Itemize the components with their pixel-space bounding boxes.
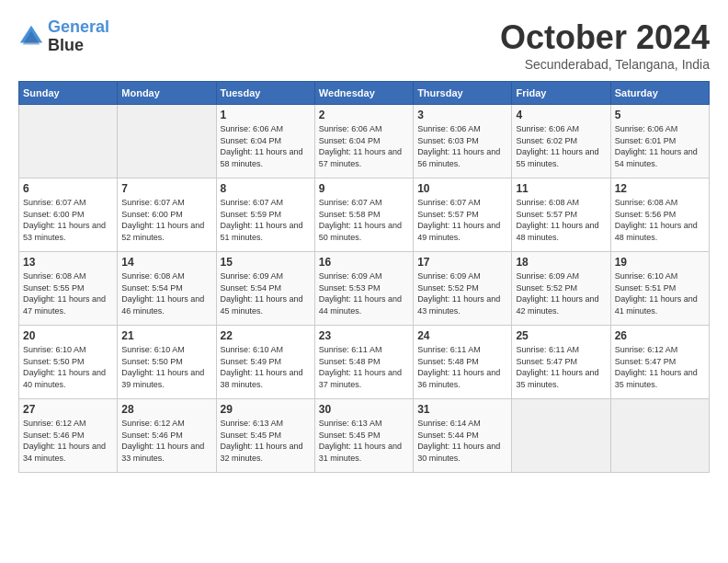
day-number: 26: [615, 329, 705, 342]
weekday-header-saturday: Saturday: [610, 82, 709, 105]
day-info: Sunrise: 6:13 AMSunset: 5:45 PMDaylight:…: [221, 418, 311, 464]
weekday-header-thursday: Thursday: [414, 82, 512, 105]
calendar-cell: 13Sunrise: 6:08 AMSunset: 5:55 PMDayligh…: [19, 252, 118, 326]
calendar-cell: 6Sunrise: 6:07 AMSunset: 6:00 PMDaylight…: [19, 178, 118, 252]
day-number: 10: [417, 182, 507, 195]
day-number: 14: [121, 256, 211, 269]
calendar-cell: [512, 399, 610, 473]
weekday-header-sunday: Sunday: [19, 82, 118, 105]
day-number: 3: [417, 109, 507, 121]
day-info: Sunrise: 6:06 AMSunset: 6:04 PMDaylight:…: [319, 123, 409, 169]
day-info: Sunrise: 6:06 AMSunset: 6:04 PMDaylight:…: [221, 123, 311, 169]
day-info: Sunrise: 6:06 AMSunset: 6:02 PMDaylight:…: [516, 123, 606, 169]
day-info: Sunrise: 6:10 AMSunset: 5:50 PMDaylight:…: [23, 344, 113, 390]
calendar-cell: 24Sunrise: 6:11 AMSunset: 5:48 PMDayligh…: [414, 326, 512, 399]
week-row-2: 6Sunrise: 6:07 AMSunset: 6:00 PMDaylight…: [19, 178, 710, 252]
calendar-cell: 26Sunrise: 6:12 AMSunset: 5:47 PMDayligh…: [610, 326, 709, 399]
day-info: Sunrise: 6:07 AMSunset: 5:59 PMDaylight:…: [221, 197, 311, 243]
day-info: Sunrise: 6:10 AMSunset: 5:51 PMDaylight:…: [615, 270, 705, 316]
day-number: 1: [221, 109, 311, 121]
calendar-cell: 10Sunrise: 6:07 AMSunset: 5:57 PMDayligh…: [414, 178, 512, 252]
title-block: October 2024 Secunderabad, Telangana, In…: [500, 18, 710, 72]
calendar-cell: 28Sunrise: 6:12 AMSunset: 5:46 PMDayligh…: [118, 399, 216, 473]
day-number: 4: [516, 109, 606, 121]
day-number: 8: [221, 182, 311, 195]
calendar-cell: [19, 105, 118, 178]
week-row-4: 20Sunrise: 6:10 AMSunset: 5:50 PMDayligh…: [19, 326, 710, 399]
day-number: 31: [417, 403, 507, 416]
day-info: Sunrise: 6:14 AMSunset: 5:44 PMDaylight:…: [417, 418, 507, 464]
day-number: 22: [221, 329, 311, 342]
day-info: Sunrise: 6:08 AMSunset: 5:54 PMDaylight:…: [121, 270, 211, 316]
day-info: Sunrise: 6:12 AMSunset: 5:46 PMDaylight:…: [121, 418, 211, 464]
day-number: 18: [516, 256, 606, 269]
calendar-cell: 29Sunrise: 6:13 AMSunset: 5:45 PMDayligh…: [216, 399, 314, 473]
calendar-cell: 8Sunrise: 6:07 AMSunset: 5:59 PMDaylight…: [216, 178, 314, 252]
day-number: 13: [23, 256, 113, 269]
day-info: Sunrise: 6:11 AMSunset: 5:47 PMDaylight:…: [516, 344, 606, 390]
day-number: 20: [23, 329, 113, 342]
day-info: Sunrise: 6:09 AMSunset: 5:53 PMDaylight:…: [319, 270, 409, 316]
day-number: 7: [121, 182, 211, 195]
day-info: Sunrise: 6:12 AMSunset: 5:47 PMDaylight:…: [615, 344, 705, 390]
logo-icon: [18, 24, 44, 50]
calendar-cell: 11Sunrise: 6:08 AMSunset: 5:57 PMDayligh…: [512, 178, 610, 252]
calendar-cell: 4Sunrise: 6:06 AMSunset: 6:02 PMDaylight…: [512, 105, 610, 178]
day-info: Sunrise: 6:06 AMSunset: 6:03 PMDaylight:…: [417, 123, 507, 169]
calendar-cell: 23Sunrise: 6:11 AMSunset: 5:48 PMDayligh…: [314, 326, 413, 399]
day-number: 27: [23, 403, 113, 416]
calendar-cell: 5Sunrise: 6:06 AMSunset: 6:01 PMDaylight…: [610, 105, 709, 178]
calendar-cell: 7Sunrise: 6:07 AMSunset: 6:00 PMDaylight…: [118, 178, 216, 252]
day-number: 12: [615, 182, 705, 195]
calendar-cell: 18Sunrise: 6:09 AMSunset: 5:52 PMDayligh…: [512, 252, 610, 326]
weekday-header-tuesday: Tuesday: [216, 82, 314, 105]
calendar-cell: 3Sunrise: 6:06 AMSunset: 6:03 PMDaylight…: [414, 105, 512, 178]
day-number: 17: [417, 256, 507, 269]
calendar-cell: 16Sunrise: 6:09 AMSunset: 5:53 PMDayligh…: [314, 252, 413, 326]
day-number: 19: [615, 256, 705, 269]
day-number: 28: [121, 403, 211, 416]
day-number: 11: [516, 182, 606, 195]
calendar-cell: 31Sunrise: 6:14 AMSunset: 5:44 PMDayligh…: [414, 399, 512, 473]
day-info: Sunrise: 6:10 AMSunset: 5:50 PMDaylight:…: [121, 344, 211, 390]
day-number: 5: [615, 109, 705, 121]
day-number: 16: [319, 256, 409, 269]
day-info: Sunrise: 6:07 AMSunset: 5:57 PMDaylight:…: [417, 197, 507, 243]
calendar-cell: 17Sunrise: 6:09 AMSunset: 5:52 PMDayligh…: [414, 252, 512, 326]
day-info: Sunrise: 6:10 AMSunset: 5:49 PMDaylight:…: [221, 344, 311, 390]
calendar-cell: 9Sunrise: 6:07 AMSunset: 5:58 PMDaylight…: [314, 178, 413, 252]
calendar-cell: [610, 399, 709, 473]
day-info: Sunrise: 6:11 AMSunset: 5:48 PMDaylight:…: [319, 344, 409, 390]
day-info: Sunrise: 6:12 AMSunset: 5:46 PMDaylight:…: [23, 418, 113, 464]
day-number: 6: [23, 182, 113, 195]
calendar-cell: 2Sunrise: 6:06 AMSunset: 6:04 PMDaylight…: [314, 105, 413, 178]
day-info: Sunrise: 6:09 AMSunset: 5:52 PMDaylight:…: [417, 270, 507, 316]
day-number: 30: [319, 403, 409, 416]
weekday-header-row: SundayMondayTuesdayWednesdayThursdayFrid…: [19, 82, 710, 105]
day-info: Sunrise: 6:08 AMSunset: 5:55 PMDaylight:…: [23, 270, 113, 316]
day-info: Sunrise: 6:09 AMSunset: 5:54 PMDaylight:…: [221, 270, 311, 316]
day-number: 25: [516, 329, 606, 342]
calendar-cell: 15Sunrise: 6:09 AMSunset: 5:54 PMDayligh…: [216, 252, 314, 326]
day-info: Sunrise: 6:09 AMSunset: 5:52 PMDaylight:…: [516, 270, 606, 316]
day-info: Sunrise: 6:08 AMSunset: 5:56 PMDaylight:…: [615, 197, 705, 243]
weekday-header-monday: Monday: [118, 82, 216, 105]
day-number: 23: [319, 329, 409, 342]
page-header: General Blue October 2024 Secunderabad, …: [18, 18, 710, 72]
day-number: 21: [121, 329, 211, 342]
calendar-cell: 14Sunrise: 6:08 AMSunset: 5:54 PMDayligh…: [118, 252, 216, 326]
week-row-3: 13Sunrise: 6:08 AMSunset: 5:55 PMDayligh…: [19, 252, 710, 326]
day-info: Sunrise: 6:07 AMSunset: 5:58 PMDaylight:…: [319, 197, 409, 243]
day-number: 15: [221, 256, 311, 269]
day-info: Sunrise: 6:11 AMSunset: 5:48 PMDaylight:…: [417, 344, 507, 390]
calendar-cell: 12Sunrise: 6:08 AMSunset: 5:56 PMDayligh…: [610, 178, 709, 252]
day-number: 29: [221, 403, 311, 416]
location: Secunderabad, Telangana, India: [500, 57, 710, 72]
day-number: 9: [319, 182, 409, 195]
calendar-cell: 22Sunrise: 6:10 AMSunset: 5:49 PMDayligh…: [216, 326, 314, 399]
day-info: Sunrise: 6:07 AMSunset: 6:00 PMDaylight:…: [121, 197, 211, 243]
day-number: 24: [417, 329, 507, 342]
week-row-5: 27Sunrise: 6:12 AMSunset: 5:46 PMDayligh…: [19, 399, 710, 473]
calendar-cell: 1Sunrise: 6:06 AMSunset: 6:04 PMDaylight…: [216, 105, 314, 178]
logo-text: General Blue: [48, 18, 109, 55]
